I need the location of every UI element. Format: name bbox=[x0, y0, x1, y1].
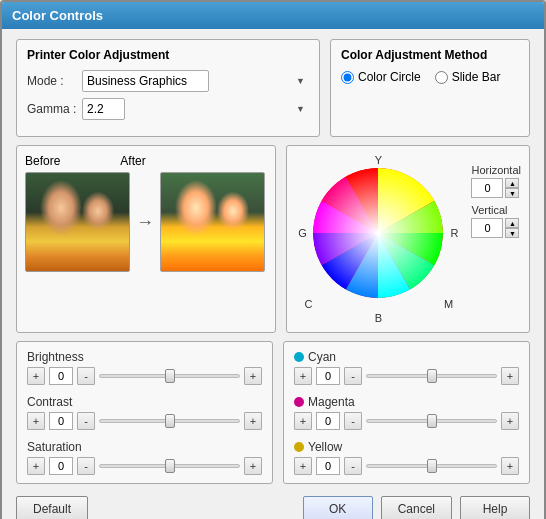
brightness-plus-btn[interactable]: + bbox=[27, 367, 45, 385]
contrast-plus-btn[interactable]: + bbox=[27, 412, 45, 430]
color-controls-dialog: Color Controls Printer Color Adjustment … bbox=[0, 0, 546, 519]
wheel-label-r: R bbox=[447, 227, 461, 239]
vertical-control: Vertical ▲ ▼ bbox=[471, 204, 521, 238]
mode-select[interactable]: Business Graphics Photo Text bbox=[82, 70, 209, 92]
saturation-group: Saturation + 0 - + bbox=[27, 440, 262, 475]
brightness-minus-btn[interactable]: - bbox=[77, 367, 95, 385]
contrast-minus-btn[interactable]: - bbox=[77, 412, 95, 430]
footer-right-buttons: OK Cancel Help bbox=[303, 496, 530, 519]
dialog-title: Color Controls bbox=[12, 8, 103, 23]
magenta-value: 0 bbox=[316, 412, 340, 430]
preview-images: → bbox=[25, 172, 267, 272]
cancel-button[interactable]: Cancel bbox=[381, 496, 452, 519]
magenta-title: Magenta bbox=[294, 395, 519, 409]
cyan-plus2-btn[interactable]: + bbox=[501, 367, 519, 385]
cyan-dot bbox=[294, 352, 304, 362]
gamma-row: Gamma : 1.8 2.0 2.2 2.4 bbox=[27, 98, 309, 120]
wheel-label-m: M bbox=[441, 298, 455, 310]
mode-row: Mode : Business Graphics Photo Text bbox=[27, 70, 309, 92]
radio-color-circle[interactable]: Color Circle bbox=[341, 70, 421, 84]
after-photo bbox=[160, 172, 265, 272]
vertical-label: Vertical bbox=[471, 204, 521, 216]
brightness-group: Brightness + 0 - + bbox=[27, 350, 262, 385]
color-wheel-area: Y G bbox=[295, 154, 461, 324]
before-label: Before bbox=[25, 154, 60, 168]
yellow-dot bbox=[294, 442, 304, 452]
magenta-minus-btn[interactable]: - bbox=[344, 412, 362, 430]
color-method-radio-group: Color Circle Slide Bar bbox=[341, 70, 519, 84]
yellow-title: Yellow bbox=[294, 440, 519, 454]
horizontal-up-btn[interactable]: ▲ bbox=[505, 178, 519, 188]
cyan-minus-btn[interactable]: - bbox=[344, 367, 362, 385]
radio-color-circle-label: Color Circle bbox=[358, 70, 421, 84]
contrast-row: + 0 - + bbox=[27, 412, 262, 430]
saturation-slider[interactable] bbox=[99, 464, 240, 468]
vertical-input[interactable] bbox=[471, 218, 503, 238]
horizontal-input[interactable] bbox=[471, 178, 503, 198]
magenta-row: + 0 - + bbox=[294, 412, 519, 430]
preview-box: Before After → bbox=[16, 145, 276, 333]
yellow-plus-btn[interactable]: + bbox=[294, 457, 312, 475]
cyan-title: Cyan bbox=[294, 350, 519, 364]
magenta-group: Magenta + 0 - + bbox=[294, 395, 519, 430]
magenta-slider[interactable] bbox=[366, 419, 497, 423]
radio-slide-bar[interactable]: Slide Bar bbox=[435, 70, 501, 84]
wheel-controls: Horizontal ▲ ▼ Vertical bbox=[471, 154, 521, 238]
wheel-cm-row: C M bbox=[299, 298, 457, 310]
help-button[interactable]: Help bbox=[460, 496, 530, 519]
yellow-label: Yellow bbox=[308, 440, 342, 454]
magenta-plus2-btn[interactable]: + bbox=[501, 412, 519, 430]
yellow-plus2-btn[interactable]: + bbox=[501, 457, 519, 475]
magenta-plus-btn[interactable]: + bbox=[294, 412, 312, 430]
cyan-plus-btn[interactable]: + bbox=[294, 367, 312, 385]
vertical-down-btn[interactable]: ▼ bbox=[505, 228, 519, 238]
wheel-label-g: G bbox=[295, 227, 309, 239]
yellow-group: Yellow + 0 - + bbox=[294, 440, 519, 475]
contrast-plus2-btn[interactable]: + bbox=[244, 412, 262, 430]
mode-select-wrapper: Business Graphics Photo Text bbox=[82, 70, 309, 92]
horizontal-control: Horizontal ▲ ▼ bbox=[471, 164, 521, 198]
contrast-group: Contrast + 0 - + bbox=[27, 395, 262, 430]
saturation-value: 0 bbox=[49, 457, 73, 475]
horizontal-label: Horizontal bbox=[471, 164, 521, 176]
gamma-select[interactable]: 1.8 2.0 2.2 2.4 bbox=[82, 98, 125, 120]
radio-slide-bar-label: Slide Bar bbox=[452, 70, 501, 84]
printer-group-title: Printer Color Adjustment bbox=[27, 48, 309, 62]
default-button[interactable]: Default bbox=[16, 496, 88, 519]
color-circle-box: Y G bbox=[286, 145, 530, 333]
contrast-slider[interactable] bbox=[99, 419, 240, 423]
cyan-label: Cyan bbox=[308, 350, 336, 364]
wheel-label-b: B bbox=[375, 312, 382, 324]
horizontal-down-btn[interactable]: ▼ bbox=[505, 188, 519, 198]
color-method-group: Color Adjustment Method Color Circle Sli… bbox=[330, 39, 530, 137]
horizontal-spin-buttons: ▲ ▼ bbox=[505, 178, 519, 198]
color-method-title: Color Adjustment Method bbox=[341, 48, 519, 62]
saturation-plus2-btn[interactable]: + bbox=[244, 457, 262, 475]
wheel-label-y: Y bbox=[375, 154, 382, 166]
cyan-group: Cyan + 0 - + bbox=[294, 350, 519, 385]
yellow-value: 0 bbox=[316, 457, 340, 475]
mode-label: Mode : bbox=[27, 74, 82, 88]
cyan-slider[interactable] bbox=[366, 374, 497, 378]
contrast-title: Contrast bbox=[27, 395, 262, 409]
gamma-label: Gamma : bbox=[27, 102, 82, 116]
vertical-spin-row: ▲ ▼ bbox=[471, 218, 521, 238]
yellow-slider[interactable] bbox=[366, 464, 497, 468]
saturation-minus-btn[interactable]: - bbox=[77, 457, 95, 475]
ok-button[interactable]: OK bbox=[303, 496, 373, 519]
yellow-minus-btn[interactable]: - bbox=[344, 457, 362, 475]
yellow-row: + 0 - + bbox=[294, 457, 519, 475]
radio-color-circle-input[interactable] bbox=[341, 71, 354, 84]
brightness-plus2-btn[interactable]: + bbox=[244, 367, 262, 385]
wheel-label-c: C bbox=[301, 298, 315, 310]
saturation-title: Saturation bbox=[27, 440, 262, 454]
saturation-plus-btn[interactable]: + bbox=[27, 457, 45, 475]
brightness-slider[interactable] bbox=[99, 374, 240, 378]
saturation-row: + 0 - + bbox=[27, 457, 262, 475]
magenta-dot bbox=[294, 397, 304, 407]
color-wheel-container: Y G bbox=[295, 154, 521, 324]
radio-slide-bar-input[interactable] bbox=[435, 71, 448, 84]
preview-labels: Before After bbox=[25, 154, 267, 168]
color-wheel[interactable] bbox=[313, 168, 443, 298]
vertical-up-btn[interactable]: ▲ bbox=[505, 218, 519, 228]
